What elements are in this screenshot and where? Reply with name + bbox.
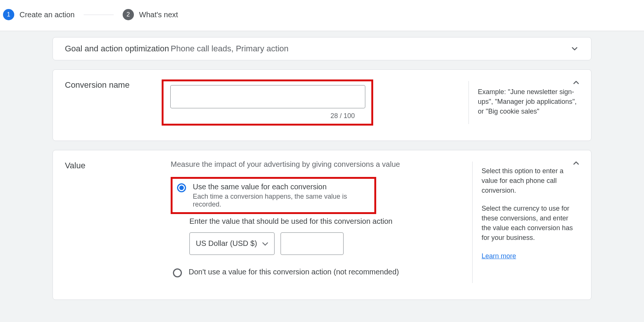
value-help-2: Select the currency to use for these con… [482,204,579,243]
step-1[interactable]: 1 Create an action [3,9,75,20]
step-2[interactable]: 2 What's next [123,9,178,20]
value-help-sidebar: Select this option to enter a value for … [482,160,579,285]
enter-value-label: Enter the value that should be used for … [189,217,472,226]
step-1-label: Create an action [20,10,75,19]
value-amount-input[interactable] [281,232,344,255]
currency-select[interactable]: US Dollar (USD $) [189,232,275,255]
value-label: Value [65,160,171,285]
highlight-same-value-radio: Use the same value for each conversion E… [171,177,376,214]
conversion-name-card: Conversion name 28 / 100 Example: "June … [53,69,591,141]
chevron-up-icon[interactable] [572,78,581,87]
same-value-title: Use the same value for each conversion [193,183,368,191]
dropdown-icon [262,239,268,248]
radio-no-value-row[interactable]: Don't use a value for this conversion ac… [171,268,472,278]
chevron-up-icon-2[interactable] [572,159,581,168]
side-divider [468,81,469,124]
no-value-title: Don't use a value for this conversion ac… [189,268,399,276]
same-value-sub: Each time a conversion happens, the same… [193,193,368,208]
side-divider-2 [472,162,473,283]
conversion-name-label: Conversion name [65,79,162,126]
value-help-1: Select this option to enter a value for … [482,166,579,195]
step-1-badge: 1 [3,9,14,20]
radio-no-value[interactable] [173,268,182,277]
learn-more-link[interactable]: Learn more [482,252,516,260]
conversion-name-example: Example: "June newsletter sign-ups", "Ma… [478,79,579,126]
goal-label: Goal and action optimization [65,43,171,55]
value-card: Value Measure the impact of your adverti… [53,150,591,300]
conversion-name-charcount: 28 / 100 [330,112,355,120]
step-2-label: What's next [139,10,178,19]
goal-value: Phone call leads, Primary action [171,44,564,54]
currency-selected-label: US Dollar (USD $) [196,239,257,248]
page-body: Goal and action optimization Phone call … [0,31,644,322]
conversion-name-input[interactable] [170,85,365,108]
radio-dot-icon [179,186,184,190]
radio-same-value[interactable] [177,183,186,192]
step-divider [84,15,114,15]
goal-optimization-card[interactable]: Goal and action optimization Phone call … [53,37,591,60]
step-2-badge: 2 [123,9,134,20]
value-description: Measure the impact of your advertising b… [171,160,472,169]
highlight-conversion-name: 28 / 100 [162,79,373,126]
chevron-down-icon[interactable] [570,44,579,53]
stepper-header: 1 Create an action 2 What's next [0,0,644,31]
